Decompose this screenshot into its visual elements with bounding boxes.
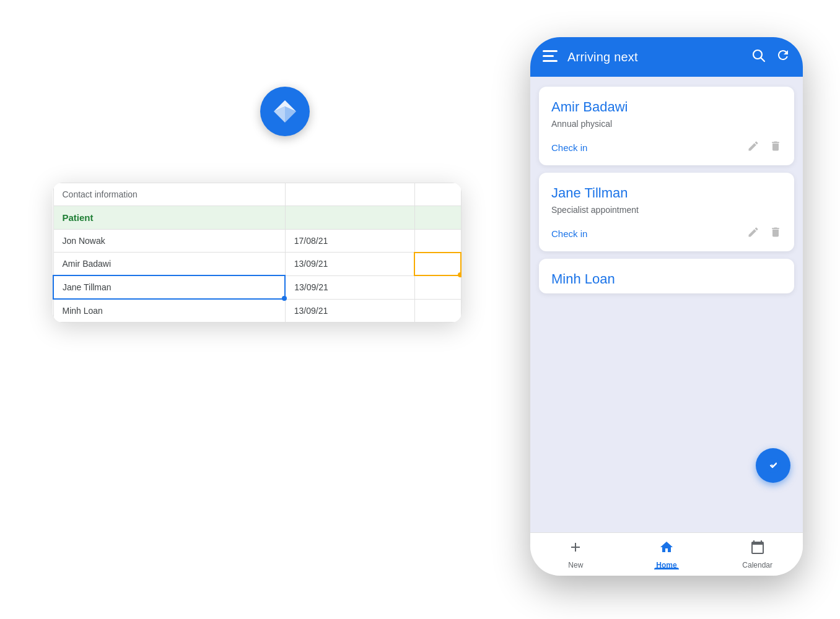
search-icon[interactable] [751, 48, 766, 66]
patient-name-cell: Minh Loan [53, 299, 285, 322]
patient-date-cell: 17/08/21 [285, 230, 414, 253]
calendar-icon [750, 540, 765, 558]
patient-name-cell: Amir Badawi [53, 253, 285, 276]
app-bar: Arriving next [530, 37, 803, 77]
card-actions-jane: Check in [551, 226, 782, 241]
section-col3 [414, 206, 461, 230]
check-in-button-jane[interactable]: Check in [551, 228, 737, 239]
check-in-button-amir[interactable]: Check in [551, 142, 737, 153]
col-empty-1 [285, 183, 414, 206]
patient-name-cell-selected[interactable]: Jane Tillman [53, 275, 285, 299]
table-row: Minh Loan 13/09/21 [53, 299, 461, 322]
patient-extra-cell-selected[interactable] [414, 253, 461, 276]
app-bar-title: Arriving next [567, 50, 741, 64]
patient-extra-cell [414, 299, 461, 322]
patient-name-jane: Jane Tillman [551, 185, 782, 201]
app-content: Amir Badawi Annual physical Check in Jan… [530, 77, 803, 532]
menu-icon[interactable] [543, 49, 558, 65]
edit-icon-jane[interactable] [747, 226, 759, 241]
col-empty-2 [414, 183, 461, 206]
patient-type-amir: Annual physical [551, 119, 782, 129]
patient-card-jane: Jane Tillman Specialist appointment Chec… [539, 173, 794, 251]
section-col2 [285, 206, 414, 230]
patient-card-minh: Minh Loan [539, 259, 794, 293]
fab-checkin[interactable] [756, 448, 790, 483]
nav-item-calendar[interactable]: Calendar [712, 540, 803, 569]
table-row: Jon Nowak 17/08/21 [53, 230, 461, 253]
patient-extra-cell [414, 275, 461, 299]
nav-item-home[interactable]: Home [621, 540, 712, 569]
delete-icon-amir[interactable] [769, 140, 782, 155]
table-row-selected: Jane Tillman 13/09/21 [53, 275, 461, 299]
sheet-header-row: Contact information [53, 183, 461, 206]
table-row: Amir Badawi 13/09/21 [53, 253, 461, 276]
phone-frame: Arriving next Amir Badawi Annual physica… [530, 37, 803, 576]
patient-type-jane: Specialist appointment [551, 205, 782, 215]
nav-label-new: New [568, 561, 583, 569]
sheet-section-patient: Patient [53, 206, 461, 230]
refresh-icon[interactable] [776, 48, 790, 66]
svg-rect-3 [543, 50, 558, 52]
patient-card-amir: Amir Badawi Annual physical Check in [539, 87, 794, 165]
col-contact-info: Contact information [53, 183, 285, 206]
spreadsheet-panel: Contact information Patient Jon Nowak 17… [53, 183, 462, 322]
svg-rect-4 [543, 55, 554, 57]
patient-name-amir: Amir Badawi [551, 99, 782, 115]
patient-date-cell: 13/09/21 [285, 253, 414, 276]
patient-extra-cell [414, 230, 461, 253]
svg-line-7 [761, 58, 765, 62]
plus-icon [568, 540, 583, 558]
home-icon [659, 540, 674, 558]
patient-date-cell: 13/09/21 [285, 275, 414, 299]
app-logo [260, 87, 310, 136]
patient-date-cell: 13/09/21 [285, 299, 414, 322]
svg-rect-5 [543, 60, 558, 62]
card-actions-amir: Check in [551, 140, 782, 155]
section-label: Patient [53, 206, 285, 230]
nav-active-indicator [654, 568, 679, 569]
nav-item-new[interactable]: New [530, 540, 621, 569]
nav-label-calendar: Calendar [742, 561, 772, 569]
patient-name-minh: Minh Loan [551, 271, 782, 287]
patient-name-cell: Jon Nowak [53, 230, 285, 253]
edit-icon-amir[interactable] [747, 140, 759, 155]
delete-icon-jane[interactable] [769, 226, 782, 241]
bottom-nav: New Home Calendar [530, 532, 803, 576]
